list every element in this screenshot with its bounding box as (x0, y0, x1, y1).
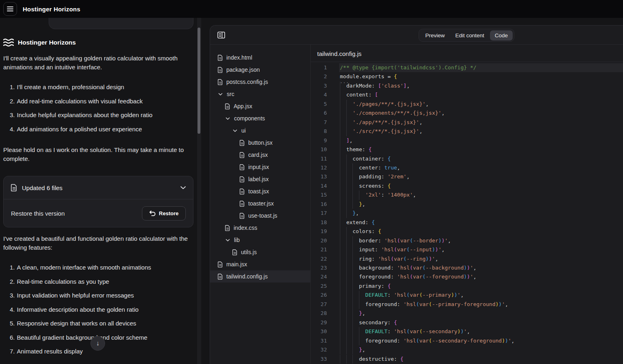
tree-file-label.jsx[interactable]: label.jsx (210, 173, 310, 185)
code-token: --background (425, 265, 464, 271)
indent-guide (340, 245, 346, 254)
tree-file-tailwind.config.js[interactable]: tailwind.config.js (210, 270, 310, 283)
indent-guide (346, 172, 353, 181)
list-item: 5.Responsive design that works on all de… (10, 319, 193, 328)
list-item-number: 4. (10, 306, 15, 313)
tree-file-index.css[interactable]: index.css (210, 222, 310, 234)
tree-file-package.json[interactable]: package.json (210, 64, 310, 76)
code-token: ' (464, 328, 467, 334)
tree-folder-lib[interactable]: lib (210, 234, 310, 246)
sidebar-toggle-button[interactable] (217, 32, 225, 39)
code-token: 'class' (381, 83, 404, 89)
tree-folder-ui[interactable]: ui (210, 124, 310, 137)
line-number: 4 (311, 90, 327, 99)
list-item: 1.I'll create a modern, professional des… (10, 83, 193, 92)
code-line-11: 11container: { (311, 154, 623, 163)
code-token: , (419, 128, 423, 134)
indent-guide (359, 336, 365, 345)
chat-scrollbar-track[interactable] (197, 18, 201, 364)
code-token: ( (416, 301, 419, 307)
list-item-text: Animated results display (17, 348, 83, 355)
tree-item-label: main.jsx (226, 261, 247, 268)
code-token: ' (508, 338, 511, 344)
indent-guide (346, 282, 353, 291)
tree-file-main.jsx[interactable]: main.jsx (210, 258, 310, 270)
line-number: 9 (311, 136, 327, 145)
code-token: ) (451, 292, 454, 298)
code-pane[interactable]: tailwind.config.js 1/** @type {import('t… (311, 45, 623, 364)
chat-scrollbar-thumb[interactable] (198, 28, 200, 134)
code-token: { (394, 319, 397, 325)
code-line-16: 16}, (311, 200, 623, 209)
indent-guide (346, 300, 353, 309)
list-item-text: Input validation with helpful error mess… (17, 292, 134, 299)
code-line-24: 24foreground: 'hsl(var(--foreground))', (311, 272, 623, 281)
tree-file-postcss.config.js[interactable]: postcss.config.js (210, 76, 310, 88)
tab-code[interactable]: Code (490, 30, 513, 41)
tab-preview[interactable]: Preview (420, 30, 449, 41)
line-number: 8 (311, 127, 327, 136)
indent-guide (340, 136, 346, 145)
tree-file-use-toast.js[interactable]: use-toast.js (210, 210, 310, 222)
tab-edit-content[interactable]: Edit content (450, 30, 489, 41)
code-line-22: 22ring: 'hsl(var(--ring))', (311, 255, 623, 263)
tree-file-toast.jsx[interactable]: toast.jsx (210, 185, 310, 197)
tree-item-label: utils.js (241, 249, 257, 255)
code-token: , (473, 274, 477, 280)
code-line-20: 20border: 'hsl(var(--border))', (311, 236, 623, 245)
tree-file-input.jsx[interactable]: input.jsx (210, 161, 310, 173)
chat-panel: Hostinger Horizons I'll create a visuall… (0, 18, 198, 364)
code-token: './components/**/*.{js,jsx}' (352, 110, 441, 116)
code-token: DEFAULT (365, 328, 388, 334)
indent-guide (346, 263, 353, 272)
file-icon (218, 261, 223, 268)
tree-file-utils.js[interactable]: utils.js (210, 246, 310, 258)
indent-guide (359, 291, 365, 300)
chevron-down-icon[interactable] (180, 186, 186, 189)
indent-guide (346, 245, 353, 254)
tree-item-label: toast.jsx (248, 188, 269, 195)
indent-guide (340, 209, 346, 218)
tree-file-button.jsx[interactable]: button.jsx (210, 137, 310, 149)
code-token: ( (397, 238, 400, 244)
indent-guide (346, 236, 353, 245)
code-token: ( (406, 328, 410, 334)
tree-file-index.html[interactable]: index.html (210, 51, 310, 64)
indent-guide (340, 236, 346, 245)
restore-version-label: Restore this version (11, 210, 65, 217)
indent-guide (346, 291, 353, 300)
line-number: 5 (311, 100, 327, 109)
code-token: colors: (352, 228, 378, 234)
tree-file-App.jsx[interactable]: App.jsx (210, 100, 310, 112)
updated-files-header[interactable]: Updated 6 files (4, 176, 193, 199)
tree-file-card.jsx[interactable]: card.jsx (210, 149, 310, 161)
list-item-number: 3. (10, 292, 15, 299)
line-number: 12 (311, 163, 327, 172)
scroll-to-bottom-button[interactable]: ↓ (90, 336, 105, 351)
code-line-content: DEFAULT: 'hsl(var(--secondary))', (339, 327, 623, 336)
file-tree: index.htmlpackage.jsonpostcss.config.jss… (210, 45, 311, 364)
assistant-name: Hostinger Horizons (18, 39, 76, 46)
tree-file-toaster.jsx[interactable]: toaster.jsx (210, 197, 310, 210)
indent-guide (346, 127, 353, 136)
tree-folder-src[interactable]: src (210, 88, 310, 100)
line-number: 10 (311, 145, 327, 154)
hold-on-text: Please hold on as I work on the solution… (3, 146, 191, 163)
indent-guide (346, 318, 353, 327)
list-item-number: 2. (10, 278, 15, 285)
list-item-text: Include helpful explanations about the g… (17, 111, 153, 118)
code-token: DEFAULT (365, 292, 388, 298)
code-line-content: ], (339, 136, 623, 145)
code-token: ( (410, 274, 413, 280)
indent-guide (340, 172, 346, 181)
list-item-text: Add real-time calculations with visual f… (17, 98, 143, 105)
file-icon (225, 103, 230, 109)
restore-button[interactable]: Restore (142, 206, 186, 221)
code-line-content: }, (339, 209, 623, 218)
code-line-21: 21input: 'hsl(var(--input))', (311, 245, 623, 254)
hamburger-menu-button[interactable] (3, 2, 17, 16)
code-line-26: 26DEFAULT: 'hsl(var(--primary))', (311, 291, 623, 300)
tree-folder-components[interactable]: components (210, 112, 310, 124)
code-token: var (419, 338, 429, 344)
code-token: ' (470, 274, 473, 280)
